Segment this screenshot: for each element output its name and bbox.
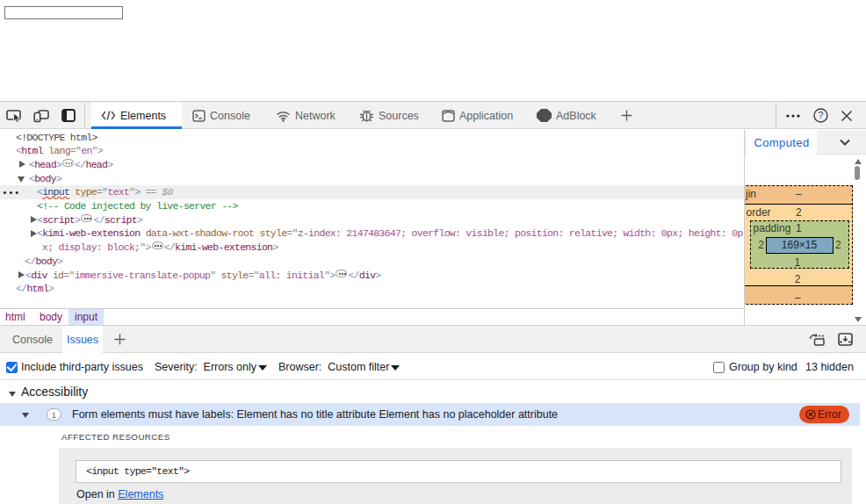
svg-text:?: ? [818,110,823,120]
